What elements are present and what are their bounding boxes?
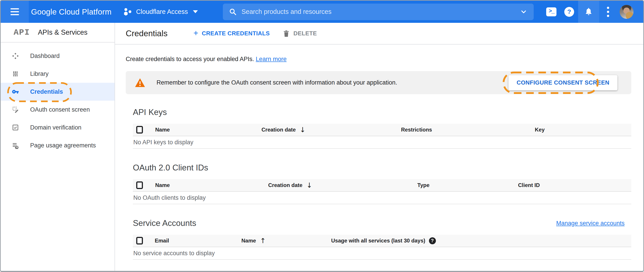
oauth-clients-heading: OAuth 2.0 Client IDs [133,163,631,173]
more-vertical-icon [607,7,609,17]
cloud-shell-button[interactable]: >_ [542,1,560,23]
project-caret-icon [193,10,198,13]
warning-icon [135,78,145,88]
help-button[interactable]: ? [560,1,578,23]
column-name[interactable]: Name [155,126,262,133]
column-creation-date[interactable]: Creation date ↓ [262,126,401,133]
column-name[interactable]: Name ↑ [242,237,331,244]
user-avatar[interactable] [620,5,634,19]
service-accounts-table: Email Name ↑ Usage with all services (la… [133,235,631,260]
sort-desc-icon: ↓ [300,126,306,133]
trash-icon [283,30,290,37]
more-options-button[interactable] [599,1,617,23]
sort-asc-icon: ↑ [260,237,266,244]
project-hexagons-icon [123,7,132,17]
sidebar-title: APIs & Services [38,28,88,37]
column-key[interactable]: Key [535,126,631,133]
oauth-clients-empty-state: No OAuth clients to display [133,192,631,204]
domain-verification-icon [12,124,19,131]
api-keys-empty-state: No API keys to display [133,136,631,149]
cloud-shell-icon: >_ [546,7,556,16]
warning-message: Remember to configure the OAuth consent … [156,79,397,86]
hamburger-icon [10,8,19,15]
sidebar-item-dashboard[interactable]: Dashboard [1,47,114,65]
plus-icon: + [194,29,198,38]
column-email[interactable]: Email [155,237,242,244]
intro-text: Create credentials to access your enable… [126,56,631,63]
search-icon [229,8,237,16]
service-accounts-table-header: Email Name ↑ Usage with all services (la… [133,235,631,247]
gcp-logo[interactable]: Google Cloud Platform [29,7,112,16]
oauth-clients-table-header: Name Creation date ↓ Type Client ID [133,179,631,192]
search-bar[interactable]: Search products and resources [223,4,534,20]
service-accounts-empty-state: No service accounts to display [133,247,631,260]
navigation-menu-button[interactable] [1,1,29,23]
api-keys-heading: API Keys [133,108,631,117]
sort-desc-icon: ↓ [306,182,312,189]
main-panel: Credentials + CREATE CREDENTIALS DELETE … [115,23,643,271]
help-icon: ? [564,7,574,17]
select-all-checkbox[interactable] [136,181,143,189]
column-usage[interactable]: Usage with all services (last 30 days) ? [331,237,631,244]
manage-service-accounts-link[interactable]: Manage service accounts [556,220,624,227]
notifications-button[interactable] [578,1,599,23]
sidebar-item-library[interactable]: Library [1,65,114,83]
search-expand-chevron-icon[interactable] [520,8,528,16]
sidebar-header: API APIs & Services [1,23,114,43]
consent-screen-icon [12,106,19,113]
column-creation-date[interactable]: Creation date ↓ [268,182,417,189]
project-selector[interactable]: Cloudflare Access [123,7,198,17]
sidebar-item-domain-verification[interactable]: Domain verification [1,118,114,137]
page-title: Credentials [126,29,168,38]
sidebar-item-oauth-consent-screen[interactable]: OAuth consent screen [1,101,114,118]
page-usage-icon [12,142,19,149]
create-credentials-button[interactable]: + CREATE CREDENTIALS [194,29,270,38]
api-keys-table-header: Name Creation date ↓ Restrictions Key [133,124,631,136]
service-accounts-heading: Service Accounts [133,219,196,228]
oauth-warning-banner: Remember to configure the OAuth consent … [126,71,631,94]
dashboard-icon [12,52,19,60]
oauth-clients-section: OAuth 2.0 Client IDs Name Creation date … [133,163,631,204]
sidebar: API APIs & Services Dashboard [1,23,115,271]
project-name: Cloudflare Access [136,8,188,16]
credentials-content: Create credentials to access your enable… [115,45,643,260]
column-client-id[interactable]: Client ID [518,182,631,188]
sidebar-nav: Dashboard Library [1,47,114,154]
select-all-checkbox[interactable] [136,126,143,133]
credentials-toolbar: Credentials + CREATE CREDENTIALS DELETE [115,23,643,45]
header-utilities: >_ ? [542,1,643,23]
top-app-bar: Google Cloud Platform Cloudflare Access … [1,1,643,23]
account-area [599,1,643,23]
api-keys-table: Name Creation date ↓ Restrictions Key No… [133,124,631,149]
sidebar-item-page-usage-agreements[interactable]: Page usage agreements [1,137,114,154]
bell-icon [584,7,593,17]
column-name[interactable]: Name [155,182,268,188]
api-product-icon: API [14,28,30,37]
library-icon [12,70,19,77]
sidebar-item-credentials[interactable]: Credentials [1,83,114,101]
learn-more-link[interactable]: Learn more [256,56,286,62]
column-restrictions[interactable]: Restrictions [401,126,535,133]
usage-help-icon[interactable]: ? [429,237,436,244]
gcp-console-window: Google Cloud Platform Cloudflare Access … [0,0,644,272]
api-keys-section: API Keys Name Creation date ↓ Restrictio… [133,108,631,149]
configure-consent-screen-button[interactable]: CONFIGURE CONSENT SCREEN [508,75,618,90]
column-type[interactable]: Type [417,182,518,188]
oauth-clients-table: Name Creation date ↓ Type Client ID No O… [133,179,631,204]
delete-button[interactable]: DELETE [283,30,317,37]
search-input[interactable]: Search products and resources [242,8,520,16]
select-all-checkbox[interactable] [136,237,143,244]
service-accounts-section: Service Accounts Manage service accounts… [133,219,631,260]
key-icon [12,88,19,95]
